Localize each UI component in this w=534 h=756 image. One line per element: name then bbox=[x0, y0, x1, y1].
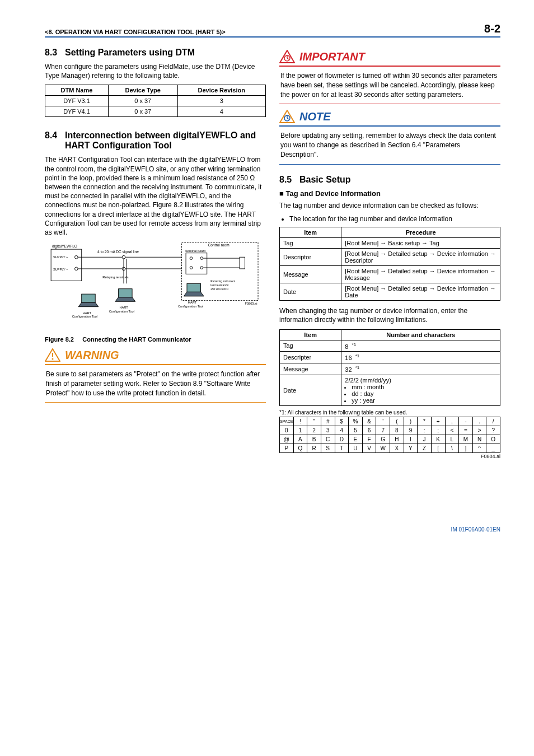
dtm-th-name: DTM Name bbox=[45, 85, 109, 96]
svg-text:SUPPLY −: SUPPLY − bbox=[53, 268, 68, 271]
page-number: 8-2 bbox=[484, 22, 500, 35]
char-cell: Y bbox=[404, 444, 418, 452]
svg-text:digitalYEWFLO: digitalYEWFLO bbox=[52, 244, 77, 249]
svg-point-4 bbox=[75, 255, 78, 259]
char-cell: G bbox=[376, 435, 390, 444]
warning-triangle-icon bbox=[45, 348, 60, 362]
char-cell: E bbox=[349, 435, 363, 444]
char-cell: + bbox=[431, 417, 445, 426]
char-cell: F bbox=[362, 435, 376, 444]
char-cell: / bbox=[486, 417, 500, 426]
svg-text:Relaying terminals: Relaying terminals bbox=[102, 276, 128, 279]
char-cell: Q bbox=[293, 444, 307, 452]
char-cell: 8 bbox=[390, 426, 404, 435]
char-cell: I bbox=[404, 435, 418, 444]
svg-marker-33 bbox=[184, 292, 204, 296]
note-body: Before updating any setting, remember to… bbox=[279, 127, 500, 164]
svg-point-18 bbox=[190, 257, 193, 260]
svg-marker-30 bbox=[115, 297, 135, 302]
warning-title: WARNING bbox=[65, 349, 119, 362]
procedure-table: Item Precedure Tag[Root Menu] → Basic se… bbox=[279, 227, 500, 301]
char-cell: ) bbox=[404, 417, 418, 426]
char-cell: H bbox=[390, 435, 404, 444]
char-cell: S bbox=[321, 444, 335, 452]
char-cell: ^ bbox=[472, 444, 486, 452]
svg-point-19 bbox=[190, 267, 193, 269]
char-cell: ] bbox=[459, 444, 473, 452]
char-cell: SPACE bbox=[280, 417, 294, 426]
svg-text:Terminal board: Terminal board bbox=[185, 249, 205, 253]
figure-caption: Figure 8.2 Connecting the HART Communica… bbox=[45, 336, 266, 343]
char-cell: Z bbox=[418, 444, 432, 452]
sec85-para2: When changing the tag number or device i… bbox=[279, 306, 500, 324]
svg-point-21 bbox=[200, 267, 203, 269]
char-cell: 3 bbox=[321, 426, 335, 435]
char-cell: \ bbox=[445, 444, 459, 452]
svg-rect-26 bbox=[82, 294, 95, 302]
char-cell: P bbox=[280, 444, 294, 452]
char-cell: " bbox=[307, 417, 321, 426]
char-cell: R bbox=[307, 444, 321, 452]
char-cell: U bbox=[349, 444, 363, 452]
footer-doc-id: IM 01F06A00-01EN bbox=[45, 526, 500, 533]
right-column: IMPORTANT If the power of flowmeter is t… bbox=[279, 44, 500, 459]
left-column: 8.3 Setting Parameters using DTM When co… bbox=[45, 44, 266, 459]
table-cell: DYF V4.1 bbox=[45, 106, 109, 117]
svg-point-38 bbox=[52, 358, 54, 360]
svg-line-46 bbox=[287, 118, 289, 119]
wiring-diagram: digitalYEWFLO SUPPLY + SUPPLY − 4 to 20 … bbox=[45, 241, 266, 331]
char-cell: @ bbox=[280, 435, 294, 444]
table-cell: 0 x 37 bbox=[108, 96, 177, 106]
char-cell: . bbox=[472, 417, 486, 426]
char-cell: L bbox=[445, 435, 459, 444]
section-8-3-title: 8.3 Setting Parameters using DTM bbox=[45, 48, 266, 58]
char-cell: ' bbox=[376, 417, 390, 426]
char-cell: > bbox=[472, 426, 486, 435]
chapter-label: <8. OPERATION VIA HART CONFIGURATION TOO… bbox=[45, 29, 226, 35]
sec85-bullet1: The location for the tag number and devi… bbox=[289, 214, 500, 223]
svg-text:F0803.ai: F0803.ai bbox=[245, 302, 257, 305]
svg-rect-24 bbox=[240, 257, 245, 269]
chargrid-ref: F0804.ai bbox=[279, 454, 500, 459]
svg-point-5 bbox=[75, 267, 78, 270]
important-body: If the power of flowmeter is turned off … bbox=[279, 67, 500, 104]
char-cell: 0 bbox=[280, 426, 294, 435]
svg-text:HART
            Configuration: HART Configuration Tool bbox=[109, 306, 134, 314]
page-header: <8. OPERATION VIA HART CONFIGURATION TOO… bbox=[45, 22, 500, 38]
note-triangle-icon bbox=[279, 110, 295, 123]
figure-8-2: digitalYEWFLO SUPPLY + SUPPLY − 4 to 20 … bbox=[45, 241, 266, 333]
important-triangle-icon bbox=[279, 50, 295, 63]
char-cell: D bbox=[335, 435, 349, 444]
table-cell: 3 bbox=[177, 96, 266, 106]
svg-point-20 bbox=[200, 257, 203, 260]
char-cell: K bbox=[431, 435, 445, 444]
char-cell: 7 bbox=[376, 426, 390, 435]
char-cell: # bbox=[321, 417, 335, 426]
table-cell: DYF V3.1 bbox=[45, 96, 109, 106]
note-title: NOTE bbox=[299, 110, 331, 123]
char-cell: X bbox=[390, 444, 404, 452]
important-title: IMPORTANT bbox=[299, 50, 365, 63]
table-cell: 0 x 37 bbox=[108, 106, 177, 117]
char-cell: < bbox=[445, 426, 459, 435]
svg-line-42 bbox=[287, 58, 289, 59]
dtm-table: DTM Name Device Type Device Revision DYF… bbox=[45, 85, 266, 117]
char-cell: - bbox=[459, 417, 473, 426]
svg-text:Control room: Control room bbox=[208, 243, 230, 247]
char-cell: * bbox=[418, 417, 432, 426]
tag-device-heading: Tag and Device Information bbox=[279, 189, 500, 198]
char-cell: 2 bbox=[307, 426, 321, 435]
char-cell: = bbox=[459, 426, 473, 435]
char-cell: O bbox=[486, 435, 500, 444]
char-cell: W bbox=[376, 444, 390, 452]
char-cell: & bbox=[362, 417, 376, 426]
char-cell: : bbox=[418, 426, 432, 435]
section-8-5-title: 8.5 Basic Setup bbox=[279, 175, 500, 185]
char-cell: _ bbox=[486, 444, 500, 452]
char-cell: 9 bbox=[404, 426, 418, 435]
char-cell: 1 bbox=[293, 426, 307, 435]
svg-marker-27 bbox=[78, 302, 99, 307]
char-cell: [ bbox=[431, 444, 445, 452]
svg-point-9 bbox=[122, 255, 125, 259]
table-cell: 4 bbox=[177, 106, 266, 117]
